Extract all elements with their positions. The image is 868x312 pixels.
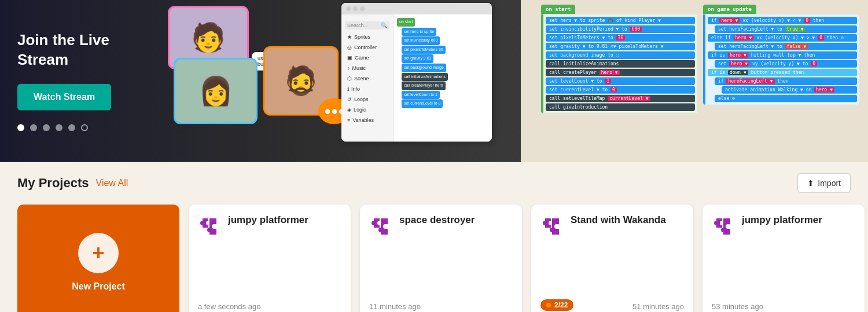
mini-block-7: call initializeAnimations — [402, 73, 448, 81]
code-panel-sidebar: Search... 🔍 ★ Sprites ◎ Controller ▣ Gam… — [341, 14, 393, 142]
carousel-dot-4[interactable] — [56, 124, 62, 131]
bottom-section: My Projects View All ⬆ Import + New Proj… — [0, 162, 868, 312]
import-icon: ⬆ — [807, 179, 814, 188]
section-title-group: My Projects View All — [17, 176, 128, 191]
hero-carousel-dots — [17, 124, 145, 131]
project-name-3: Stand with Wakanda — [571, 214, 666, 226]
project-card-3[interactable]: Stand with Wakanda 2/22 51 minutes ago — [531, 205, 693, 312]
carousel-dot-3[interactable] — [43, 124, 50, 131]
music-label: Music — [352, 65, 366, 71]
on-start-blocks: set hero ▼ to sprite 🎮 of kind Player ▼ … — [541, 14, 697, 113]
chat-dot-1 — [325, 109, 330, 114]
variables-icon: ≡ — [347, 117, 350, 123]
sprites-label: Sprites — [354, 34, 370, 40]
mini-block-10: set currentLevel to 0 — [402, 99, 443, 108]
section-header: My Projects View All ⬆ Import — [17, 173, 851, 193]
game-label: Game — [355, 55, 369, 61]
block-invincibility: set invincibilityPeriod ▼ to 600 — [546, 25, 695, 33]
block-if-hitting-wall: if is hero ▼ hitting wall top ▼ then — [708, 51, 857, 59]
person-avatar-2: 👩 — [175, 60, 256, 122]
search-text: Search... — [347, 23, 368, 28]
block-give-intro: call giveIntroduction — [546, 103, 695, 111]
on-game-update-header: on game update — [703, 5, 756, 14]
sidebar-music[interactable]: ♪ Music — [341, 63, 393, 73]
block-group-on-start: on start set hero ▼ to sprite 🎮 of kind … — [541, 3, 697, 159]
carousel-dot-5[interactable] — [68, 124, 75, 131]
block-set-vy: set hero ▼ vy (velocity y) ▼ to 0 — [715, 60, 857, 68]
code-blocks-small: on start set hero to sprite set invincib… — [397, 18, 488, 109]
progress-value-3: 2/22 — [554, 301, 568, 309]
projects-grid: + New Project jumpy platformer a few sec… — [17, 205, 851, 312]
mini-block-8: call createPlayer hero — [402, 81, 446, 90]
sidebar-variables[interactable]: ≡ Variables — [341, 115, 393, 125]
controller-icon: ◎ — [347, 44, 352, 50]
scene-icon: ⬡ — [347, 76, 352, 81]
code-panel-search[interactable]: Search... 🔍 — [345, 21, 389, 29]
block-init-anim: call initializeAnimations — [546, 60, 695, 68]
blocks-panels: on start set hero ▼ to sprite 🎮 of kind … — [541, 3, 865, 159]
project-name-2: space destroyer — [399, 214, 475, 226]
new-project-card[interactable]: + New Project — [17, 205, 179, 312]
project-card-2-top: space destroyer — [369, 214, 513, 240]
code-panel-header — [341, 3, 492, 14]
block-level-count: set levelCount ▼ to 1 — [546, 77, 695, 85]
sidebar-controller[interactable]: ◎ Controller — [341, 42, 393, 53]
progress-dot — [546, 303, 551, 307]
code-panel-body: Search... 🔍 ★ Sprites ◎ Controller ▣ Gam… — [341, 14, 492, 142]
code-panel-dot-1 — [346, 6, 351, 11]
project-card-1[interactable]: jumpy platformer a few seconds ago — [189, 205, 351, 312]
carousel-dot-1[interactable] — [17, 124, 24, 131]
block-set-facing-false: set heroFacingLeft ▼ to false ▼ — [715, 43, 857, 50]
block-bg-image: set background image to ▢ — [546, 51, 695, 59]
sidebar-info[interactable]: ℹ Info — [341, 84, 393, 94]
sidebar-loops[interactable]: ↺ Loops — [341, 94, 393, 105]
mini-block-1: on start — [397, 18, 415, 27]
chat-dot-2 — [332, 109, 337, 114]
project-timestamp-2: 11 minutes ago — [369, 291, 513, 311]
controller-label: Controller — [354, 44, 377, 50]
video-frame-2: 👩 — [174, 58, 258, 124]
block-set-hero: set hero ▼ to sprite 🎮 of kind Player ▼ — [546, 17, 695, 24]
hero-media-area: 🧑 use the left and right buttons. 👩 🧔 — [162, 0, 868, 162]
hero-banner: Join the Live Stream Watch Stream 🧑 use … — [0, 0, 868, 162]
logic-label: Logic — [354, 107, 366, 113]
block-if-hero-vx-lt: if hero ▼ vx (velocity x) ▼ < ▼ 0 then — [708, 17, 857, 24]
carousel-dot-2[interactable] — [30, 124, 37, 131]
search-icon: 🔍 — [381, 23, 387, 28]
loops-label: Loops — [354, 96, 369, 102]
mini-block-4: set pixelsToMeters 30 — [402, 46, 446, 54]
block-else-if-hero-vx-gt: else if hero ▼ vx (velocity x) ▼ > ▼ 0 t… — [708, 34, 857, 42]
block-create-player: call createPlayer hero ▼ — [546, 69, 695, 76]
variables-label: Variables — [352, 117, 374, 123]
project-icon-2 — [369, 214, 392, 240]
sidebar-sprites[interactable]: ★ Sprites — [341, 32, 393, 42]
watch-stream-button[interactable]: Watch Stream — [17, 84, 111, 110]
mini-block-6: set background image — [402, 64, 446, 72]
mini-block-2: set hero to sprite — [402, 28, 436, 36]
carousel-dot-6[interactable] — [81, 124, 88, 131]
project-icon-3 — [540, 214, 564, 240]
project-name-1: jumpy platformer — [228, 214, 308, 226]
block-else: else ⊖ — [715, 95, 857, 102]
project-card-1-top: jumpy platformer — [198, 214, 341, 240]
project-card-3-bottom: 2/22 51 minutes ago — [540, 299, 684, 311]
code-panel-main: on start set hero to sprite set invincib… — [393, 14, 492, 142]
block-activate-anim: activate animation Walking ▼ on hero ▼ — [722, 86, 857, 94]
section-title: My Projects — [17, 176, 89, 191]
on-start-header: on start — [541, 5, 575, 14]
view-all-link[interactable]: View All — [96, 178, 128, 188]
block-if-facing-left: if heroFacingLeft ▼ then — [715, 77, 857, 85]
game-icon: ▣ — [347, 55, 352, 61]
project-card-4[interactable]: jumpy platformer 53 minutes ago — [703, 205, 865, 312]
mini-block-5: set gravity 9.81 — [402, 54, 433, 63]
sidebar-logic[interactable]: ◈ Logic — [341, 105, 393, 115]
sidebar-scene[interactable]: ⬡ Scene — [341, 73, 393, 84]
info-label: Info — [351, 86, 360, 92]
project-timestamp-4: 53 minutes ago — [712, 291, 855, 311]
project-icon-1 — [198, 214, 221, 240]
sidebar-game[interactable]: ▣ Game — [341, 53, 393, 63]
import-button[interactable]: ⬆ Import — [797, 173, 851, 193]
project-card-2[interactable]: space destroyer 11 minutes ago — [360, 205, 522, 312]
on-game-update-blocks: if hero ▼ vx (velocity x) ▼ < ▼ 0 then s… — [703, 14, 859, 105]
block-set-level-tile: call setLevelTileMap currentLevel ▼ — [546, 95, 695, 102]
